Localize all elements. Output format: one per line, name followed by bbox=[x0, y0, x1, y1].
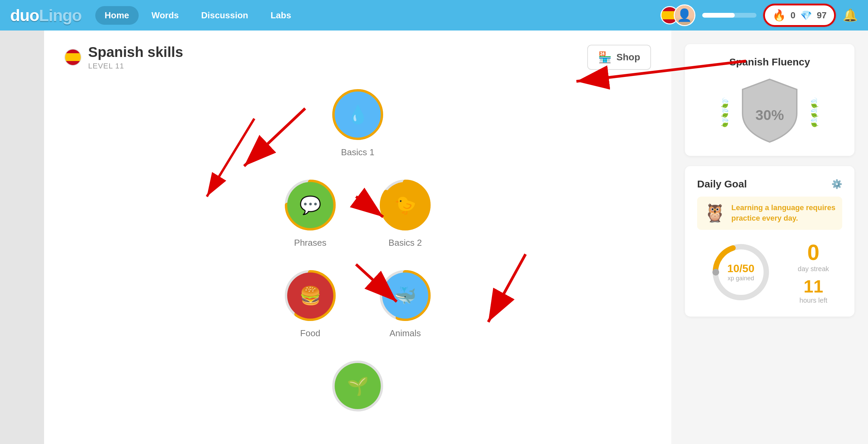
daily-goal-title: Daily Goal bbox=[697, 178, 747, 190]
skill-basics1-label: Basics 1 bbox=[341, 147, 374, 158]
nav-discussion[interactable]: Discussion bbox=[192, 6, 258, 25]
skill-next[interactable]: 🌱 bbox=[331, 359, 385, 419]
content-area: Spanish skills LEVEL 11 🏪 Shop bbox=[44, 31, 671, 444]
skills-row-2: 💬 Phrases 🐤 Basic bbox=[283, 178, 432, 248]
left-sidebar bbox=[0, 31, 44, 444]
skills-row-4: 🌱 bbox=[331, 359, 385, 419]
xp-total: 50 bbox=[742, 262, 754, 275]
xp-bar-fill bbox=[702, 13, 735, 18]
skills-row-3: 🍔 Food 🐳 Animals bbox=[283, 268, 432, 339]
flame-icon: 🔥 bbox=[772, 9, 786, 22]
xp-ring: 10/50 xp gained bbox=[710, 242, 771, 303]
xp-label: xp gained bbox=[727, 275, 754, 282]
bell-icon[interactable]: 🔔 bbox=[843, 8, 858, 22]
skills-level: LEVEL 11 bbox=[88, 62, 183, 70]
skill-phrases-label: Phrases bbox=[294, 238, 326, 248]
skill-animals-circle: 🐳 bbox=[378, 268, 432, 323]
nav-words[interactable]: Words bbox=[142, 6, 188, 25]
app-header: duoLingo Home Words Discussion Labs 👤 🔥 … bbox=[0, 0, 868, 31]
shop-icon: 🏪 bbox=[598, 51, 612, 64]
streak-label: day streak bbox=[798, 265, 829, 273]
gear-icon[interactable]: ⚙️ bbox=[831, 179, 842, 189]
skill-animals[interactable]: 🐳 Animals bbox=[378, 268, 432, 339]
logo: duoLingo bbox=[10, 6, 82, 25]
gem-icon: 💎 bbox=[800, 10, 812, 21]
skill-phrases-circle: 💬 bbox=[283, 178, 337, 232]
user-avatar[interactable]: 👤 bbox=[674, 4, 695, 26]
skill-animals-label: Animals bbox=[390, 328, 421, 339]
skills-row-1: 💧 Basics 1 bbox=[331, 87, 385, 158]
xp-current: 10 bbox=[727, 262, 739, 275]
nav-labs[interactable]: Labs bbox=[261, 6, 301, 25]
main-nav: Home Words Discussion Labs bbox=[95, 6, 660, 25]
daily-goal-header: Daily Goal ⚙️ bbox=[697, 178, 842, 190]
skills-title: Spanish skills bbox=[88, 44, 183, 60]
main-layout: Spanish skills LEVEL 11 🏪 Shop bbox=[0, 31, 868, 444]
daily-goal-card: Daily Goal ⚙️ 🦉 Learning a language requ… bbox=[685, 166, 854, 317]
skills-header: Spanish skills LEVEL 11 🏪 Shop bbox=[64, 44, 651, 70]
hours-label: hours left bbox=[798, 297, 829, 304]
skill-basics2-circle: 🐤 bbox=[378, 178, 432, 232]
gems-count: 97 bbox=[817, 10, 827, 21]
skill-food[interactable]: 🍔 Food bbox=[283, 268, 337, 339]
svg-text:30%: 30% bbox=[755, 107, 784, 123]
skills-text: Spanish skills LEVEL 11 bbox=[88, 44, 183, 70]
skill-food-label: Food bbox=[300, 328, 320, 339]
xp-progress-bar bbox=[702, 13, 756, 18]
progress-section: 10/50 xp gained 0 day streak 11 hours le… bbox=[697, 240, 842, 304]
streak-number: 0 bbox=[798, 240, 829, 265]
fluency-shield-container: 🍃🍃🍃 30% 🍃🍃🍃 bbox=[697, 76, 842, 144]
shop-button[interactable]: 🏪 Shop bbox=[587, 45, 651, 70]
skills-grid: 💧 Basics 1 💬 bbox=[64, 87, 651, 419]
skill-basics2[interactable]: 🐤 Basics 2 bbox=[378, 178, 432, 248]
avatar-group: 👤 bbox=[660, 4, 695, 26]
owl-message: 🦉 Learning a language requires practice … bbox=[697, 197, 842, 230]
owl-icon: 🦉 bbox=[704, 203, 726, 223]
xp-ring-label: 10/50 xp gained bbox=[727, 262, 754, 282]
nav-home[interactable]: Home bbox=[95, 6, 139, 25]
skill-basics2-label: Basics 2 bbox=[389, 238, 422, 248]
skill-food-circle: 🍔 bbox=[283, 268, 337, 323]
fluency-card: Spanish Fluency 🍃🍃🍃 30% 🍃🍃🍃 bbox=[685, 44, 854, 156]
fluency-title: Spanish Fluency bbox=[697, 56, 842, 68]
shield-svg: 30% bbox=[739, 76, 800, 144]
header-right: 👤 🔥 0 💎 97 🔔 bbox=[660, 4, 858, 27]
hours-number: 11 bbox=[798, 276, 829, 297]
streak-info: 0 day streak 11 hours left bbox=[798, 240, 829, 304]
shop-label: Shop bbox=[616, 52, 640, 63]
skill-basics1[interactable]: 💧 Basics 1 bbox=[331, 87, 385, 158]
skill-basics1-circle: 💧 bbox=[331, 87, 385, 142]
owl-text: Learning a language requires practice ev… bbox=[731, 203, 835, 224]
skills-title-group: Spanish skills LEVEL 11 bbox=[64, 44, 183, 70]
right-sidebar: Spanish Fluency 🍃🍃🍃 30% 🍃🍃🍃 bbox=[671, 31, 868, 444]
skill-next-circle: 🌱 bbox=[331, 359, 385, 413]
spain-flag bbox=[64, 49, 81, 66]
skill-phrases[interactable]: 💬 Phrases bbox=[283, 178, 337, 248]
streak-count: 0 bbox=[791, 10, 795, 21]
xp-fraction: 10/50 bbox=[727, 262, 754, 275]
